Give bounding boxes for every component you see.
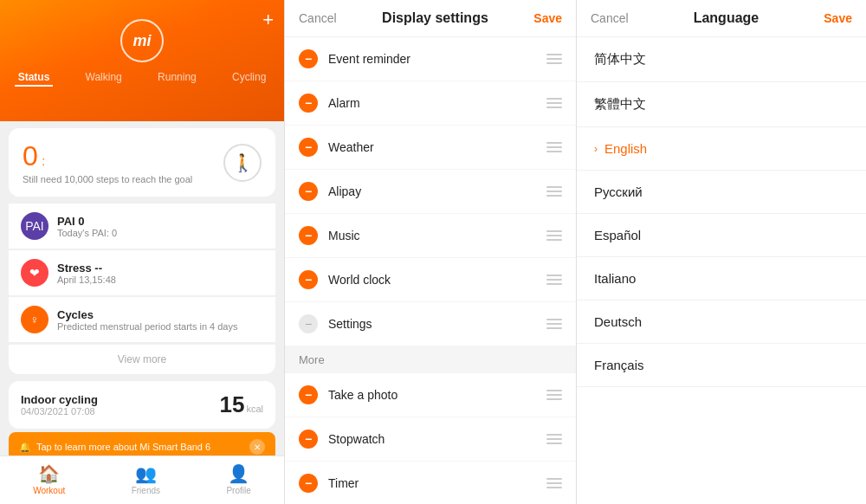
- weather-drag-handle[interactable]: [546, 142, 562, 152]
- remove-world-clock-button[interactable]: −: [299, 270, 318, 289]
- lang-french[interactable]: Français: [577, 344, 866, 387]
- left-header: + mi Status Walking Running Cycling: [0, 0, 284, 121]
- lang-spanish[interactable]: Español: [577, 214, 866, 257]
- world-clock-label: World clock: [328, 273, 391, 287]
- settings-drag-handle[interactable]: [546, 319, 562, 329]
- nav-friends[interactable]: 👥 Friends: [132, 463, 160, 499]
- italian-label: Italiano: [594, 271, 636, 286]
- workout-label: Workout: [33, 486, 65, 495]
- steps-card: 0 : Still need 10,000 steps to reach the…: [9, 128, 275, 197]
- stress-sub: April 13,15:48: [57, 275, 116, 285]
- lang-traditional-chinese[interactable]: 繁體中文: [577, 82, 866, 127]
- remove-music-button[interactable]: −: [299, 226, 318, 245]
- display-item-weather[interactable]: − Weather: [285, 126, 576, 170]
- cycles-icon: ♀: [21, 306, 48, 333]
- remove-timer-button[interactable]: −: [299, 474, 318, 493]
- display-item-take-photo[interactable]: − Take a photo: [285, 373, 576, 417]
- alarm-label: Alarm: [328, 96, 360, 110]
- stress-title: Stress --: [57, 262, 116, 275]
- pai-text: PAI 0 Today's PAI: 0: [57, 215, 117, 238]
- language-cancel-button[interactable]: Cancel: [591, 11, 629, 25]
- item-left: − World clock: [299, 270, 391, 289]
- steps-info: 0 : Still need 10,000 steps to reach the…: [23, 140, 192, 184]
- lang-english[interactable]: › English: [577, 127, 866, 171]
- tab-cycling[interactable]: Cycling: [229, 69, 269, 87]
- lang-german[interactable]: Deutsch: [577, 300, 866, 344]
- timer-drag-handle[interactable]: [546, 478, 562, 488]
- display-item-world-clock[interactable]: − World clock: [285, 258, 576, 302]
- notif-left: 🔔 Tap to learn more about Mi Smart Band …: [19, 442, 210, 453]
- remove-weather-button[interactable]: −: [299, 138, 318, 157]
- stress-text: Stress -- April 13,15:48: [57, 262, 116, 285]
- profile-label: Profile: [226, 486, 250, 495]
- add-button[interactable]: +: [262, 9, 274, 31]
- world-clock-drag-handle[interactable]: [546, 275, 562, 285]
- notification-bar: 🔔 Tap to learn more about Mi Smart Band …: [9, 432, 275, 456]
- simplified-chinese-label: 简体中文: [594, 51, 646, 68]
- workout-icon: 🏠: [38, 463, 60, 484]
- middle-panel: Cancel Display settings Save − Event rem…: [284, 0, 577, 504]
- display-item-stopwatch[interactable]: − Stopwatch: [285, 417, 576, 462]
- selected-chevron-icon: ›: [594, 143, 598, 155]
- cycling-date: 04/03/2021 07:08: [21, 406, 98, 417]
- item-left: − Timer: [299, 474, 359, 493]
- cycling-right: 15 kcal: [220, 391, 263, 418]
- display-item-alarm[interactable]: − Alarm: [285, 81, 576, 126]
- french-label: Français: [594, 358, 644, 372]
- nav-profile[interactable]: 👤 Profile: [226, 463, 250, 499]
- tab-walking[interactable]: Walking: [82, 69, 126, 87]
- stopwatch-drag-handle[interactable]: [546, 434, 562, 444]
- alarm-drag-handle[interactable]: [546, 98, 562, 108]
- cycles-text: Cycles Predicted menstrual period starts…: [57, 308, 238, 332]
- spanish-label: Español: [594, 228, 641, 242]
- steps-unit: :: [42, 154, 45, 168]
- display-item-alipay[interactable]: − Alipay: [285, 170, 576, 214]
- remove-settings-button[interactable]: −: [299, 314, 318, 333]
- event-reminder-drag-handle[interactable]: [546, 54, 562, 64]
- music-drag-handle[interactable]: [546, 230, 562, 241]
- take-photo-label: Take a photo: [328, 388, 397, 402]
- notif-close-button[interactable]: ✕: [249, 439, 265, 455]
- music-label: Music: [328, 229, 360, 242]
- language-list: 简体中文 繁體中文 › English Русский Español Ital…: [577, 37, 866, 504]
- nav-workout[interactable]: 🏠 Workout: [33, 463, 65, 499]
- lang-italian[interactable]: Italiano: [577, 257, 866, 300]
- display-item-timer[interactable]: − Timer: [285, 462, 576, 504]
- german-label: Deutsch: [594, 314, 642, 329]
- display-item-event-reminder[interactable]: − Event reminder: [285, 37, 576, 81]
- event-reminder-label: Event reminder: [328, 52, 410, 66]
- display-item-music[interactable]: − Music: [285, 214, 576, 258]
- remove-event-reminder-button[interactable]: −: [299, 49, 318, 68]
- alipay-drag-handle[interactable]: [546, 186, 562, 197]
- item-left: − Take a photo: [299, 385, 397, 404]
- left-content: 0 : Still need 10,000 steps to reach the…: [0, 121, 284, 456]
- view-more-button[interactable]: View more: [9, 344, 275, 374]
- display-cancel-button[interactable]: Cancel: [299, 11, 337, 25]
- take-photo-drag-handle[interactable]: [546, 390, 562, 400]
- display-item-settings[interactable]: − Settings: [285, 302, 576, 346]
- display-save-button[interactable]: Save: [533, 11, 562, 25]
- cycles-row: ♀ Cycles Predicted menstrual period star…: [9, 297, 275, 342]
- cycling-left: Indoor cycling 04/03/2021 07:08: [21, 393, 98, 417]
- pai-sub: Today's PAI: 0: [57, 228, 117, 238]
- logo-container: mi: [0, 12, 284, 62]
- speaker-icon: 🔔: [19, 442, 31, 453]
- remove-take-photo-button[interactable]: −: [299, 385, 318, 404]
- tab-status[interactable]: Status: [15, 69, 54, 87]
- lang-russian[interactable]: Русский: [577, 171, 866, 214]
- pai-icon: PAI: [21, 212, 48, 240]
- notif-text: Tap to learn more about Mi Smart Band 6: [36, 442, 210, 452]
- steps-label: Still need 10,000 steps to reach the goa…: [23, 174, 192, 184]
- display-settings-title: Display settings: [382, 10, 488, 26]
- lang-simplified-chinese[interactable]: 简体中文: [577, 37, 866, 82]
- right-panel: Cancel Language Save 简体中文 繁體中文 › English…: [577, 0, 866, 504]
- language-save-button[interactable]: Save: [824, 11, 852, 25]
- pai-title: PAI 0: [57, 215, 117, 228]
- mi-logo: mi: [120, 19, 164, 62]
- russian-label: Русский: [594, 184, 643, 199]
- tab-running[interactable]: Running: [154, 69, 200, 87]
- remove-stopwatch-button[interactable]: −: [299, 430, 318, 449]
- traditional-chinese-label: 繁體中文: [594, 96, 646, 113]
- remove-alipay-button[interactable]: −: [299, 182, 318, 201]
- remove-alarm-button[interactable]: −: [299, 94, 318, 113]
